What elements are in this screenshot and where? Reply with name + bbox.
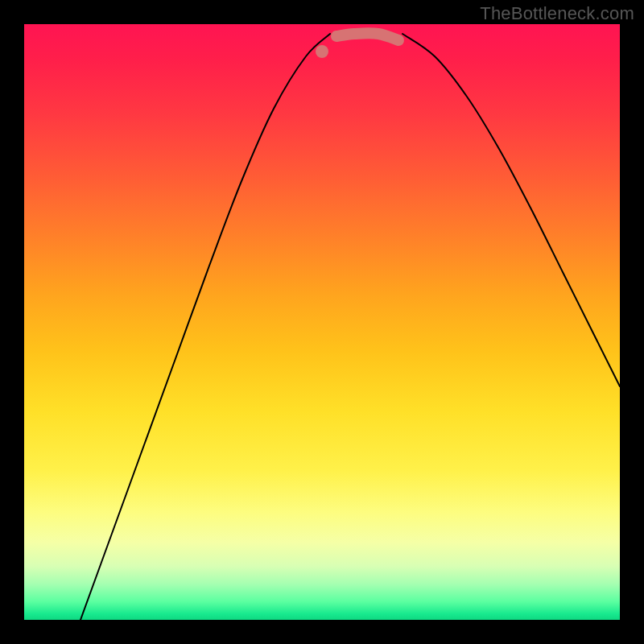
plot-area — [24, 24, 620, 620]
valley-marker-dot — [316, 45, 328, 58]
attribution-text: TheBottleneck.com — [480, 3, 634, 24]
chart-svg — [24, 24, 620, 620]
chart-frame: TheBottleneck.com — [0, 0, 644, 644]
right-curve — [402, 34, 620, 386]
left-curve — [80, 34, 330, 620]
valley-marker-segment — [336, 33, 398, 40]
